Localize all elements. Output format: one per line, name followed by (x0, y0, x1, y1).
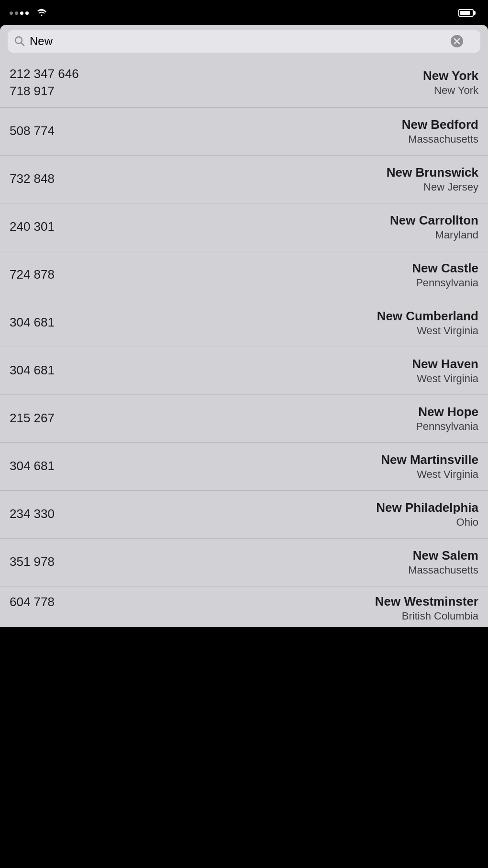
city-name: New Philadelphia (376, 500, 478, 515)
battery-icon (458, 9, 474, 17)
state-name: Ohio (456, 516, 478, 529)
search-container (0, 25, 488, 58)
wifi-icon (36, 8, 47, 19)
area-codes-group: 724 878 (10, 267, 55, 283)
city-name: New Brunswick (387, 165, 478, 180)
svg-line-1 (22, 43, 24, 46)
list-item[interactable]: 508 774New BedfordMassachusetts (0, 108, 488, 156)
area-codes-group: 240 301 (10, 219, 55, 235)
list-item[interactable]: 304 681New MartinsvilleWest Virginia (0, 443, 488, 491)
signal-dot-4 (25, 11, 29, 15)
state-name: West Virginia (417, 325, 478, 337)
state-name: Maryland (435, 229, 478, 241)
city-name: New Carrollton (390, 213, 478, 228)
area-codes-group: 215 267 (10, 410, 55, 427)
city-info: New HavenWest Virginia (412, 357, 478, 385)
clear-button[interactable] (451, 35, 463, 47)
city-info: New CastlePennsylvania (412, 261, 478, 289)
city-name: New Hope (418, 405, 478, 419)
signal-dot-2 (15, 11, 18, 15)
list-item[interactable]: 215 267New HopePennsylvania (0, 395, 488, 443)
city-name: New York (423, 68, 478, 83)
state-name: West Virginia (417, 468, 478, 481)
city-name: New Bedford (402, 117, 478, 132)
city-info: New BrunswickNew Jersey (387, 165, 478, 193)
area-code: 724 878 (10, 267, 55, 283)
search-icon (14, 36, 25, 46)
list-item[interactable]: 304 681New HavenWest Virginia (0, 347, 488, 395)
area-code: 304 681 (10, 362, 55, 379)
city-name: New Martinsville (381, 452, 478, 467)
city-info: New MartinsvilleWest Virginia (381, 452, 478, 481)
state-name: Pennsylvania (416, 277, 478, 289)
city-info: New WestminsterBritish Columbia (375, 594, 478, 622)
list-item[interactable]: 240 301New CarrolltonMaryland (0, 203, 488, 251)
area-codes-group: 508 774 (10, 123, 55, 139)
list-item[interactable]: 724 878New CastlePennsylvania (0, 251, 488, 299)
city-info: New YorkNew York (423, 68, 478, 97)
signal-dots (10, 11, 29, 15)
area-codes-group: 304 681 (10, 458, 55, 474)
area-code: 212 347 646 (10, 66, 79, 82)
city-info: New CarrolltonMaryland (390, 213, 478, 241)
city-name: New Cumberland (377, 309, 478, 324)
city-info: New BedfordMassachusetts (402, 117, 478, 146)
area-codes-group: 304 681 (10, 362, 55, 379)
area-code: 732 848 (10, 171, 55, 187)
area-code: 508 774 (10, 123, 55, 139)
state-name: New York (434, 84, 478, 97)
city-info: New HopePennsylvania (416, 405, 478, 433)
area-codes-group: 732 848 (10, 171, 55, 187)
results-list: 212 347 646718 917New YorkNew York508 77… (0, 58, 488, 627)
area-code: 351 978 (10, 554, 55, 570)
area-codes-group: 212 347 646718 917 (10, 66, 79, 100)
area-code: 234 330 (10, 506, 55, 522)
city-name: New Westminster (375, 594, 478, 609)
city-name: New Castle (412, 261, 478, 276)
state-name: Pennsylvania (416, 420, 478, 433)
area-codes-group: 304 681 (10, 315, 55, 331)
city-name: New Haven (412, 357, 478, 372)
area-code: 718 917 (10, 83, 79, 100)
state-name: West Virginia (417, 372, 478, 385)
status-left (10, 8, 47, 19)
area-code: 304 681 (10, 458, 55, 474)
city-name: New Salem (413, 548, 478, 563)
list-item[interactable]: 212 347 646718 917New YorkNew York (0, 58, 488, 108)
status-right (458, 9, 474, 17)
area-codes-group: 604 778 (10, 594, 55, 610)
state-name: Massachusetts (408, 564, 478, 576)
list-item[interactable]: 234 330New PhiladelphiaOhio (0, 491, 488, 539)
city-info: New SalemMassachusetts (408, 548, 478, 576)
state-name: New Jersey (423, 181, 478, 193)
city-info: New PhiladelphiaOhio (376, 500, 478, 529)
signal-dot-1 (10, 11, 13, 15)
area-code: 304 681 (10, 315, 55, 331)
area-codes-group: 234 330 (10, 506, 55, 522)
signal-dot-3 (20, 11, 23, 15)
search-input[interactable] (30, 34, 446, 48)
area-code: 240 301 (10, 219, 55, 235)
list-item[interactable]: 351 978New SalemMassachusetts (0, 539, 488, 586)
area-code: 604 778 (10, 594, 55, 610)
area-code: 215 267 (10, 410, 55, 427)
battery-fill (460, 11, 470, 15)
search-bar (8, 30, 480, 53)
city-info: New CumberlandWest Virginia (377, 309, 478, 337)
list-item[interactable]: 732 848New BrunswickNew Jersey (0, 156, 488, 203)
state-name: Massachusetts (408, 133, 478, 146)
status-bar (0, 0, 488, 25)
state-name: British Columbia (402, 610, 478, 622)
list-item[interactable]: 604 778New WestminsterBritish Columbia (0, 586, 488, 627)
area-codes-group: 351 978 (10, 554, 55, 570)
list-item[interactable]: 304 681New CumberlandWest Virginia (0, 299, 488, 347)
